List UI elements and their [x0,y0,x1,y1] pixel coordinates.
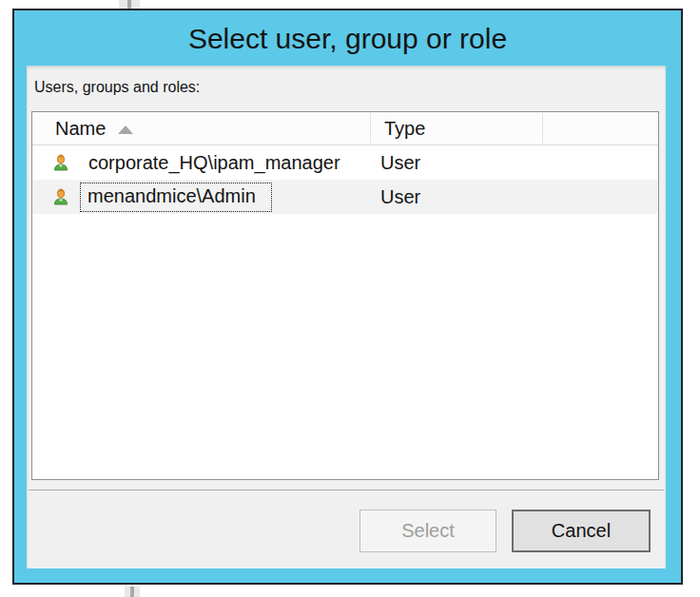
select-user-group-role-dialog: Select user, group or role Users, groups… [12,9,683,585]
users-list-box: Name Type corporate_HQ\ipam_manager User [31,111,659,480]
column-header-type[interactable]: Type [384,112,425,144]
list-header: Name Type [32,112,658,145]
column-divider[interactable] [542,113,543,144]
user-icon [52,154,69,171]
page-scrollbar-fragment-bottom [125,587,140,597]
row-type: User [380,152,420,174]
row-type: User [380,186,420,208]
select-button[interactable]: Select [360,510,496,552]
table-row[interactable]: menandmice\Admin User [32,180,658,214]
user-icon [52,188,69,205]
button-bar-separator [29,490,664,491]
table-row[interactable]: corporate_HQ\ipam_manager User [32,145,658,180]
dialog-title: Select user, group or role [14,10,681,66]
column-header-name[interactable]: Name [55,112,106,144]
row-name-focused: menandmice\Admin [80,183,272,212]
row-name: corporate_HQ\ipam_manager [88,152,340,174]
cancel-button[interactable]: Cancel [512,510,651,552]
sort-ascending-icon [118,125,133,134]
column-divider[interactable] [370,113,371,144]
users-groups-roles-label: Users, groups and roles: [34,79,200,96]
dialog-client-area: Users, groups and roles: Name Type corpo… [27,66,666,568]
scrollbar-track [134,587,140,597]
